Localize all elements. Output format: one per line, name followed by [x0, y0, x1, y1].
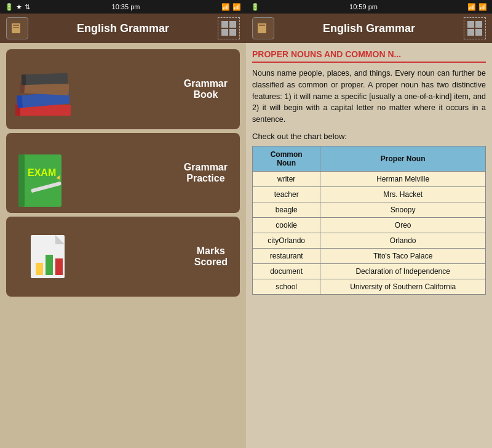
svg-rect-19	[46, 255, 53, 275]
left-clock: 10:35 pm	[112, 3, 140, 10]
books-illustration	[12, 62, 86, 129]
table-row: documentDeclaration of Independence	[253, 263, 486, 279]
common-noun-cell: writer	[253, 171, 320, 186]
grammar-practice-item[interactable]: EXAM GrammarPractice	[6, 133, 240, 213]
left-header-book-icon	[6, 17, 28, 39]
right-status-icons: 🔋	[251, 3, 260, 11]
proper-noun-cell: Oreo	[320, 217, 486, 233]
common-noun-cell: document	[253, 263, 320, 279]
proper-noun-cell: Mrs. Hacket	[320, 186, 486, 202]
signal-icon: 📶	[221, 3, 230, 11]
svg-rect-12	[18, 154, 25, 207]
content-area: PROPER NOUNS AND COMMON N... Nouns name …	[246, 43, 492, 448]
table-row: writerHerman Melville	[253, 171, 486, 186]
common-noun-cell: beagle	[253, 202, 320, 217]
wifi-icon: 📶	[232, 3, 241, 11]
common-noun-header: CommonNoun	[253, 146, 320, 171]
left-header: English Grammar	[0, 14, 246, 43]
proper-noun-cell: Snoopy	[320, 202, 486, 217]
proper-noun-cell: Herman Melville	[320, 171, 486, 186]
svg-rect-20	[55, 258, 63, 275]
menu-list: GrammarBook EXAM GrammarPractice	[0, 43, 246, 448]
right-header-title: English Grammar	[274, 22, 464, 35]
right-wifi-icon: 📶	[478, 3, 487, 11]
right-signal-icon: 📶	[467, 3, 476, 11]
right-phone: 🔋 10:59 pm 📶 📶 English Grammar PROPER NO…	[246, 0, 492, 448]
marks-scored-item[interactable]: MarksScored	[6, 217, 240, 297]
svg-rect-22	[259, 25, 265, 26]
left-grid-icon[interactable]	[218, 17, 240, 39]
left-status-bar: 🔋 ★ ⇅ 10:35 pm 📶 📶	[0, 0, 246, 14]
right-signal-icons: 📶 📶	[467, 3, 487, 11]
svg-rect-11	[18, 154, 62, 207]
right-header: English Grammar	[246, 14, 492, 43]
proper-noun-cell: Declaration of Independence	[320, 263, 486, 279]
right-header-book-icon	[252, 17, 274, 39]
sync-icon: ⇅	[25, 3, 30, 11]
grammar-practice-label: GrammarPractice	[184, 162, 228, 184]
grammar-book-label: GrammarBook	[184, 78, 228, 100]
body-text: Nouns name people, places, and things. E…	[252, 68, 486, 126]
common-noun-cell: teacher	[253, 186, 320, 202]
right-clock: 10:59 pm	[349, 3, 378, 10]
table-row: cityOrlandoOrlando	[253, 233, 486, 248]
common-noun-cell: cookie	[253, 217, 320, 233]
table-row: restaurantTito's Taco Palace	[253, 248, 486, 263]
right-grid-icon[interactable]	[464, 17, 486, 39]
svg-rect-1	[13, 25, 19, 26]
grammar-book-item[interactable]: GrammarBook	[6, 49, 240, 129]
marks-scored-label: MarksScored	[194, 246, 228, 268]
table-row: teacherMrs. Hacket	[253, 186, 486, 202]
battery-icon: 🔋	[5, 3, 14, 11]
left-signal-icons: 📶 📶	[221, 3, 241, 11]
svg-rect-2	[13, 27, 19, 28]
common-noun-cell: school	[253, 279, 320, 294]
right-status-bar: 🔋 10:59 pm 📶 📶	[246, 0, 492, 14]
left-header-title: English Grammar	[28, 22, 218, 35]
noun-comparison-table: CommonNoun Proper Noun writerHerman Melv…	[252, 146, 486, 295]
chart-note: Check out the chart below:	[252, 132, 486, 141]
svg-rect-18	[36, 263, 43, 275]
svg-rect-9	[22, 73, 68, 86]
table-row: schoolUniversity of Southern California	[253, 279, 486, 294]
star-icon: ★	[16, 3, 22, 11]
common-noun-cell: cityOrlando	[253, 233, 320, 248]
svg-rect-10	[22, 74, 26, 85]
left-status-icons: 🔋 ★ ⇅	[5, 3, 30, 11]
proper-noun-cell: Tito's Taco Palace	[320, 248, 486, 263]
proper-noun-header: Proper Noun	[320, 146, 486, 171]
proper-noun-cell: University of Southern California	[320, 279, 486, 294]
table-row: cookieOreo	[253, 217, 486, 233]
section-title: PROPER NOUNS AND COMMON N...	[252, 49, 486, 63]
table-row: beagleSnoopy	[253, 202, 486, 217]
svg-text:EXAM: EXAM	[28, 167, 56, 178]
right-battery-icon: 🔋	[251, 3, 260, 11]
left-phone: 🔋 ★ ⇅ 10:35 pm 📶 📶 English Grammar	[0, 0, 246, 448]
proper-noun-cell: Orlando	[320, 233, 486, 248]
exam-illustration: EXAM	[12, 145, 86, 213]
common-noun-cell: restaurant	[253, 248, 320, 263]
chart-illustration	[12, 229, 86, 297]
